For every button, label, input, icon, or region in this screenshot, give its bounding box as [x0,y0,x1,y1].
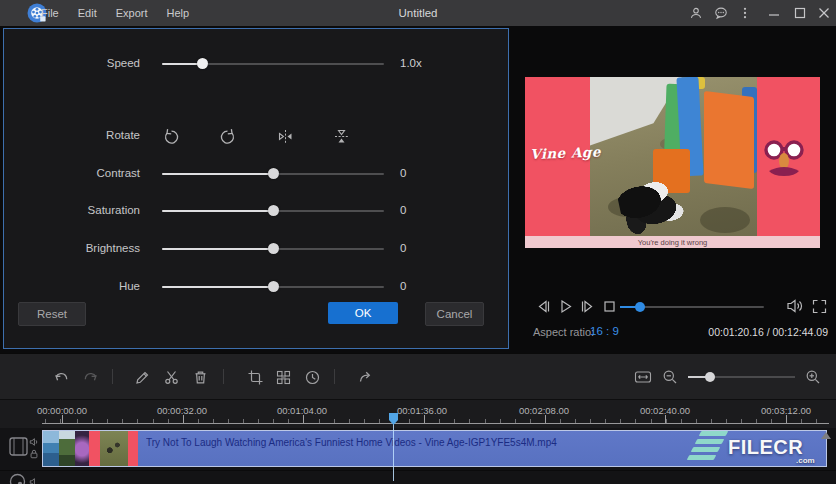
redo-icon[interactable] [79,366,101,388]
hue-value: 0 [400,280,406,292]
zoom-in-icon[interactable] [802,366,824,388]
hue-row: Hue 0 [4,277,508,297]
timeline-video-clip[interactable]: Try Not To Laugh Watching America's Funn… [42,430,827,467]
speed-slider[interactable] [162,54,384,74]
ruler-ticks [42,415,829,424]
timeline-zoom-slider[interactable] [688,371,795,383]
saturation-slider[interactable] [162,201,384,221]
stop-icon[interactable] [600,297,618,315]
aspect-ratio-value[interactable]: 16 : 9 [590,325,619,337]
split-icon[interactable] [160,366,182,388]
delete-icon[interactable] [189,366,211,388]
clip-thumbnail [43,431,59,466]
video-overlay-text: Vine Age [530,144,589,162]
aspect-ratio-label: Aspect ratio: [533,326,594,338]
speed-value: 1.0x [400,57,422,69]
reset-button[interactable]: Reset [18,302,86,326]
adjust-panel: Speed 1.0x Rotate [3,28,509,349]
previous-frame-icon[interactable] [534,297,552,315]
window-title: Untitled [0,0,836,26]
clip-waveform [138,456,825,465]
undo-icon[interactable] [50,366,72,388]
maximize-button[interactable] [792,5,808,21]
track-mute-icon[interactable] [29,437,39,447]
brightness-label: Brightness [4,242,140,254]
duration-icon[interactable] [301,366,323,388]
video-footage [590,77,757,248]
brightness-row: Brightness 0 [4,239,508,259]
speed-row: Speed 1.0x [4,54,508,74]
export-icon[interactable] [354,366,376,388]
crop-icon[interactable] [244,366,266,388]
hue-label: Hue [4,280,140,292]
fit-to-timeline-icon[interactable] [632,366,654,388]
more-options-icon[interactable] [737,5,753,21]
mosaic-icon[interactable] [272,366,294,388]
flip-vertical-icon[interactable] [328,123,354,149]
track-lock-icon[interactable] [29,449,39,459]
brightness-value: 0 [400,242,406,254]
video-caption-bar: You're doing it wrong [525,236,820,248]
video-caption-text: You're doing it wrong [638,238,708,247]
minimize-button[interactable] [766,5,782,21]
rotate-row: Rotate [4,126,508,146]
clip-thumbnail [75,431,89,466]
titlebar: File Edit Export Help Untitled [0,0,836,26]
timeline-tracks: Try Not To Laugh Watching America's Funn… [0,428,836,484]
track-mute-icon[interactable] [29,477,39,484]
contrast-row: Contrast 0 [4,164,508,184]
hue-slider[interactable] [162,277,384,297]
saturation-row: Saturation 0 [4,201,508,221]
groucho-glasses-graphic [763,137,805,183]
clip-thumbnail [59,431,75,466]
saturation-label: Saturation [4,204,140,216]
timeline-toolbar [0,353,836,400]
contrast-label: Contrast [4,167,140,179]
pip-track-icon[interactable] [8,472,27,484]
rotate-label: Rotate [4,129,140,141]
scrollbar-up-arrow[interactable] [821,432,831,439]
video-preview[interactable]: Vine Age You're doing it wrong [525,77,820,248]
preview-panel: Vine Age You're doing it wrong [510,26,836,353]
timeline-ruler[interactable]: 00:00:00.00 00:00:32.00 00:01:04.00 00:0… [0,399,836,429]
ok-button[interactable]: OK [328,302,398,324]
brightness-slider[interactable] [162,239,384,259]
zoom-out-icon[interactable] [659,366,681,388]
contrast-slider[interactable] [162,164,384,184]
close-button[interactable] [816,5,832,21]
rotate-right-icon[interactable] [215,123,241,149]
cancel-button[interactable]: Cancel [425,302,484,326]
play-icon[interactable] [556,297,574,315]
dog-in-video [615,174,686,238]
feedback-icon[interactable] [713,5,729,21]
volume-icon[interactable] [786,297,804,315]
flip-horizontal-icon[interactable] [272,123,298,149]
edit-icon[interactable] [131,366,153,388]
next-frame-icon[interactable] [578,297,596,315]
video-track-icon[interactable] [8,435,29,458]
clip-name: Try Not To Laugh Watching America's Funn… [146,437,816,448]
video-editor-window: File Edit Export Help Untitled [0,0,836,484]
playback-timecode: 00:01:20.16 / 00:12:44.09 [708,326,828,338]
playback-progress-slider[interactable] [620,304,764,310]
saturation-value: 0 [400,204,406,216]
contrast-value: 0 [400,167,406,179]
fullscreen-icon[interactable] [810,297,828,315]
speed-label: Speed [4,57,140,69]
clip-thumbnail [89,431,138,466]
account-icon[interactable] [688,5,704,21]
rotate-left-icon[interactable] [157,123,183,149]
